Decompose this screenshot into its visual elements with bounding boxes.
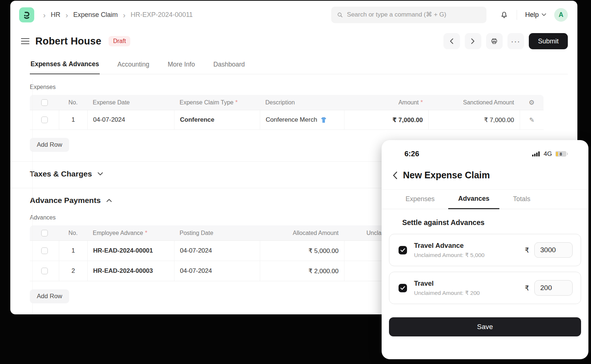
chevron-right-icon xyxy=(471,38,475,44)
battery-cap xyxy=(567,153,568,155)
settle-against-advances-heading: Settle against Advances xyxy=(402,218,588,227)
bell-icon xyxy=(500,10,509,19)
row-checkbox[interactable] xyxy=(41,268,48,274)
col-description: Description xyxy=(260,95,344,110)
save-button[interactable]: Save xyxy=(389,317,581,336)
phone-tab-totals[interactable]: Totals xyxy=(503,190,540,209)
col-sanctioned-amount: Sanctioned Amount xyxy=(428,95,520,110)
posting-date-cell[interactable]: 04-07-2024 xyxy=(174,241,260,261)
select-all-checkbox[interactable] xyxy=(41,230,48,236)
description-cell[interactable]: Conference Merch xyxy=(260,110,344,130)
document-actions: ··· Submit xyxy=(443,33,568,49)
col-no: No. xyxy=(59,225,87,240)
submit-button[interactable]: Submit xyxy=(529,33,568,49)
required-mark: * xyxy=(145,230,147,236)
signal-bars-icon xyxy=(532,151,540,157)
allocated-amount-input[interactable] xyxy=(534,242,573,258)
help-menu-button[interactable]: Help xyxy=(525,11,546,19)
page-title: Robert House xyxy=(35,36,101,47)
phone-tab-advances[interactable]: Advances xyxy=(448,190,499,209)
expense-date-cell[interactable]: 04-07-2024 xyxy=(87,110,174,130)
col-no: No. xyxy=(59,95,87,110)
expenses-table-row: 1 04-07-2024 Conference Conference Merch… xyxy=(30,110,544,130)
printer-icon xyxy=(490,37,498,45)
navbar-right-cluster: Help A xyxy=(500,8,568,22)
notifications-bell-button[interactable] xyxy=(500,10,509,19)
sanctioned-amount-cell[interactable]: ₹ 7,000.00 xyxy=(428,110,520,130)
employee-advance-cell[interactable]: HR-EAD-2024-00003 xyxy=(87,261,174,281)
user-avatar[interactable]: A xyxy=(554,8,568,22)
tab-more-info[interactable]: More Info xyxy=(167,57,196,74)
phone-page-header: New Expense Claim xyxy=(393,170,588,181)
chevron-left-icon xyxy=(393,171,397,179)
rupee-symbol: ₹ xyxy=(525,284,529,292)
advance-settle-card: Travel Advance Unclaimed Amount: ₹ 5,000… xyxy=(389,234,581,266)
global-search[interactable] xyxy=(331,7,486,23)
breadcrumb-item-hr[interactable]: HR xyxy=(51,11,60,19)
chevron-right-icon: › xyxy=(66,11,68,19)
allocated-amount-cell[interactable]: ₹ 2,000.00 xyxy=(260,261,344,281)
posting-date-cell[interactable]: 04-07-2024 xyxy=(174,261,260,281)
screenshot-stage: › HR › Expense Claim › HR-EXP-2024-00011 xyxy=(0,0,591,364)
navbar-divider xyxy=(517,10,517,20)
logo-glyph-icon xyxy=(22,10,32,20)
row-checkbox[interactable] xyxy=(41,117,48,123)
document-header: Robert House Draft ··· Submit xyxy=(10,29,577,51)
advance-checkbox-checked[interactable] xyxy=(399,284,407,292)
select-all-checkbox[interactable] xyxy=(41,99,48,106)
top-navbar: › HR › Expense Claim › HR-EXP-2024-00011 xyxy=(10,1,577,29)
employee-advance-cell[interactable]: HR-EAD-2024-00001 xyxy=(87,241,174,261)
breadcrumb: › HR › Expense Claim › HR-EXP-2024-00011 xyxy=(43,11,193,19)
tab-expenses-and-advances[interactable]: Expenses & Advances xyxy=(30,57,100,74)
required-mark: * xyxy=(235,99,237,106)
more-actions-button[interactable]: ··· xyxy=(507,33,524,49)
rupee-symbol: ₹ xyxy=(525,246,529,254)
phone-tabs: Expenses Advances Totals xyxy=(382,189,588,209)
col-posting-date: Posting Date xyxy=(174,225,260,240)
row-no: 2 xyxy=(59,261,87,281)
amount-cell[interactable]: ₹ 7,000.00 xyxy=(344,110,428,130)
battery-percent: 8 xyxy=(555,151,566,157)
form-left-rule xyxy=(32,79,33,314)
breadcrumb-item-expense-claim[interactable]: Expense Claim xyxy=(73,11,118,19)
expenses-table: No. Expense Date Expense Claim Type* Des… xyxy=(30,95,544,130)
allocated-amount-cell[interactable]: ₹ 5,000.00 xyxy=(260,241,344,261)
print-button[interactable] xyxy=(486,33,503,49)
allocated-amount-input[interactable] xyxy=(534,280,573,296)
status-badge: Draft xyxy=(109,36,130,46)
chevron-down-icon xyxy=(98,172,103,176)
advances-add-row-button[interactable]: Add Row xyxy=(30,289,69,303)
tshirt-icon xyxy=(320,117,327,124)
search-input[interactable] xyxy=(347,11,481,18)
expenses-table-label: Expenses xyxy=(30,84,577,90)
chevron-left-icon xyxy=(450,38,453,44)
col-employee-advance: Employee Advance* xyxy=(87,225,174,240)
required-mark: * xyxy=(421,99,423,106)
advance-unclaimed-subtext: Unclaimed Amount: ₹ 5,000 xyxy=(414,252,485,258)
expenses-add-row-button[interactable]: Add Row xyxy=(30,138,69,152)
edit-row-pencil-icon[interactable]: ✎ xyxy=(529,116,534,124)
phone-page-title: New Expense Claim xyxy=(403,170,490,181)
chevron-right-icon: › xyxy=(123,11,125,19)
phone-tab-expenses[interactable]: Expenses xyxy=(396,190,445,209)
expense-claim-type-cell[interactable]: Conference xyxy=(174,110,260,130)
row-no: 1 xyxy=(59,241,87,261)
form-tabs: Expenses & Advances Accounting More Info… xyxy=(30,57,568,74)
advance-name: Travel xyxy=(414,279,480,288)
advance-name: Travel Advance xyxy=(414,242,485,250)
tab-accounting[interactable]: Accounting xyxy=(117,57,150,74)
taxes-and-charges-heading: Taxes & Charges xyxy=(30,169,92,178)
table-settings-gear-icon[interactable]: ⚙ xyxy=(528,99,534,106)
frappe-hr-logo-icon[interactable] xyxy=(19,7,34,22)
search-icon xyxy=(337,12,343,18)
next-document-button[interactable] xyxy=(465,33,481,49)
col-amount: Amount* xyxy=(344,95,428,110)
advance-unclaimed-subtext: Unclaimed Amount: ₹ 200 xyxy=(414,290,480,296)
tab-dashboard[interactable]: Dashboard xyxy=(213,57,246,74)
advance-checkbox-checked[interactable] xyxy=(399,246,407,254)
network-type-label: 4G xyxy=(544,150,552,158)
sidebar-toggle-button[interactable] xyxy=(21,38,29,44)
back-button[interactable] xyxy=(393,171,397,179)
prev-document-button[interactable] xyxy=(443,33,460,49)
row-checkbox[interactable] xyxy=(41,247,48,254)
